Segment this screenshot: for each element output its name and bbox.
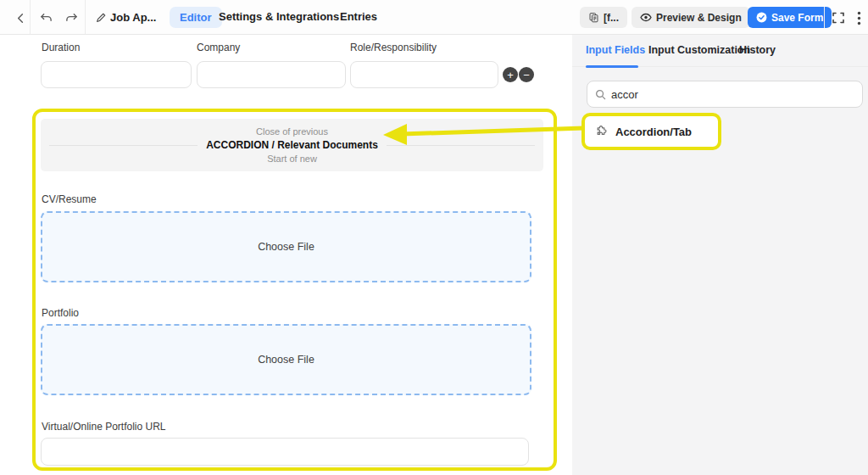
save-form-label: Save Form	[771, 12, 823, 24]
tab-editor[interactable]: Editor	[170, 7, 222, 28]
tab-entries[interactable]: Entries	[340, 10, 377, 23]
save-form-button[interactable]: Save Form	[748, 7, 832, 28]
portfolio-label: Portfolio	[42, 307, 79, 319]
accordion-section-title: ACCORDION / Relevant Documents	[206, 139, 378, 151]
company-input[interactable]	[197, 61, 346, 88]
remove-row-button[interactable]: −	[519, 67, 534, 82]
cv-resume-label: CV/Resume	[42, 193, 97, 205]
back-icon[interactable]	[10, 8, 31, 28]
section-title-row: ACCORDION / Relevant Documents	[41, 139, 543, 151]
start-of-new-text: Start of new	[41, 154, 543, 164]
field-reference-label: [f...	[604, 12, 619, 24]
accordion-tab-result-item[interactable]: Accordion/Tab	[581, 113, 721, 150]
divider	[85, 0, 86, 34]
choose-file-label: Choose File	[258, 241, 314, 253]
role-responsibility-input[interactable]	[350, 61, 498, 88]
right-sidebar: Input Fields Input Customization History…	[572, 35, 868, 475]
portfolio-url-input[interactable]	[41, 438, 529, 466]
form-title: Job Ap...	[110, 11, 156, 24]
top-bar: Job Ap... Editor Settings & Integrations…	[0, 0, 868, 35]
form-builder-app: Job Ap... Editor Settings & Integrations…	[0, 0, 868, 475]
active-tab-underline	[586, 65, 638, 68]
divider	[49, 145, 198, 146]
portfolio-file-dropzone[interactable]: Choose File	[41, 324, 531, 395]
duration-input[interactable]	[41, 61, 192, 88]
field-reference-button[interactable]: [f...	[580, 7, 627, 28]
check-circle-icon	[756, 12, 767, 23]
puzzle-icon	[594, 125, 608, 138]
form-canvas: Duration Company Role/Responsibility + −…	[0, 35, 572, 475]
kebab-menu-icon[interactable]	[849, 8, 868, 28]
eye-icon	[640, 13, 652, 22]
search-icon	[595, 89, 606, 100]
preview-design-button[interactable]: Preview & Design	[632, 7, 750, 28]
cv-resume-file-dropzone[interactable]: Choose File	[41, 211, 531, 282]
role-responsibility-label: Role/Responsibility	[350, 42, 437, 53]
field-search-box	[587, 81, 863, 108]
redo-icon[interactable]	[61, 8, 81, 28]
portfolio-url-label: Virtual/Online Portfolio URL	[42, 421, 166, 433]
divider	[824, 7, 825, 28]
undo-icon[interactable]	[36, 8, 56, 28]
result-item-label: Accordion/Tab	[615, 126, 692, 138]
preview-design-label: Preview & Design	[656, 12, 742, 24]
company-label: Company	[197, 42, 240, 53]
add-row-button[interactable]: +	[503, 67, 518, 82]
divider	[387, 145, 535, 146]
tab-input-fields[interactable]: Input Fields	[586, 44, 645, 56]
copy-icon	[588, 12, 599, 23]
tab-settings-integrations[interactable]: Settings & Integrations	[219, 10, 339, 23]
sidebar-tabs: Input Fields Input Customization History	[572, 35, 868, 67]
edit-pencil-icon[interactable]	[91, 8, 111, 28]
search-input[interactable]	[611, 88, 854, 101]
tab-history[interactable]: History	[739, 44, 776, 56]
tab-input-customization[interactable]: Input Customization	[648, 44, 750, 56]
fullscreen-icon[interactable]	[828, 8, 849, 28]
duration-label: Duration	[42, 42, 80, 53]
close-of-previous-text: Close of previous	[41, 126, 543, 137]
accordion-section-break[interactable]: Close of previous ACCORDION / Relevant D…	[41, 119, 543, 171]
divider	[30, 0, 31, 34]
choose-file-label: Choose File	[258, 354, 314, 366]
